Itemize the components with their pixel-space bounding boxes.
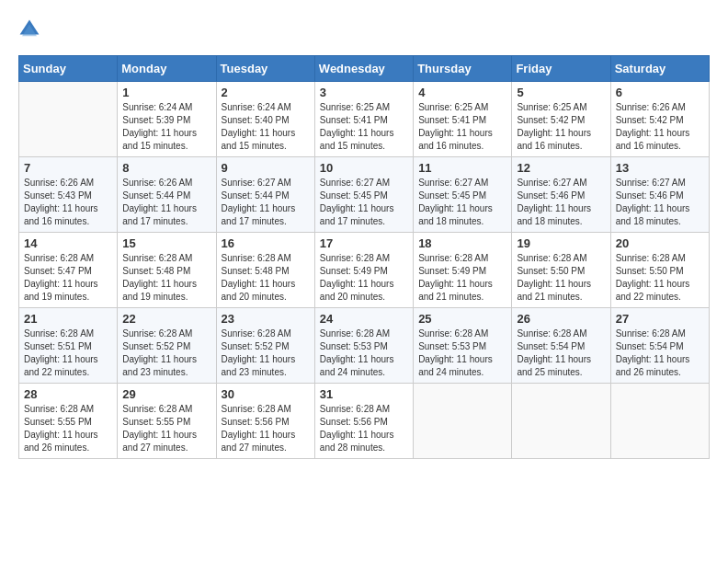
- calendar-cell: 24Sunrise: 6:28 AMSunset: 5:53 PMDayligh…: [314, 308, 413, 384]
- weekday-header-monday: Monday: [118, 56, 216, 82]
- cell-info: Sunrise: 6:26 AMSunset: 5:43 PMDaylight:…: [24, 177, 112, 228]
- calendar-cell: 28Sunrise: 6:28 AMSunset: 5:55 PMDayligh…: [19, 384, 118, 459]
- day-number: 28: [24, 387, 112, 401]
- weekday-header-friday: Friday: [512, 56, 610, 82]
- calendar-cell: 12Sunrise: 6:27 AMSunset: 5:46 PMDayligh…: [512, 157, 610, 233]
- cell-info: Sunrise: 6:26 AMSunset: 5:42 PMDaylight:…: [616, 101, 704, 153]
- calendar-cell: 8Sunrise: 6:26 AMSunset: 5:44 PMDaylight…: [118, 157, 216, 233]
- cell-info: Sunrise: 6:26 AMSunset: 5:44 PMDaylight:…: [122, 177, 210, 228]
- calendar-cell: [512, 384, 610, 459]
- calendar-cell: 30Sunrise: 6:28 AMSunset: 5:56 PMDayligh…: [216, 384, 314, 459]
- cell-info: Sunrise: 6:27 AMSunset: 5:46 PMDaylight:…: [616, 177, 704, 228]
- calendar-cell: 9Sunrise: 6:27 AMSunset: 5:44 PMDaylight…: [216, 157, 314, 233]
- calendar-cell: 17Sunrise: 6:28 AMSunset: 5:49 PMDayligh…: [314, 233, 413, 308]
- logo-icon: [18, 18, 40, 40]
- calendar-cell: 4Sunrise: 6:25 AMSunset: 5:41 PMDaylight…: [414, 82, 512, 157]
- weekday-header-sunday: Sunday: [19, 56, 118, 82]
- cell-info: Sunrise: 6:28 AMSunset: 5:52 PMDaylight:…: [222, 327, 310, 379]
- day-number: 30: [222, 387, 310, 401]
- weekday-header-row: SundayMondayTuesdayWednesdayThursdayFrid…: [19, 56, 710, 82]
- calendar-cell: 2Sunrise: 6:24 AMSunset: 5:40 PMDaylight…: [216, 82, 314, 157]
- calendar-cell: 31Sunrise: 6:28 AMSunset: 5:56 PMDayligh…: [314, 384, 413, 459]
- day-number: 13: [616, 161, 704, 175]
- cell-info: Sunrise: 6:28 AMSunset: 5:47 PMDaylight:…: [24, 252, 112, 304]
- day-number: 24: [320, 312, 408, 326]
- calendar-cell: 7Sunrise: 6:26 AMSunset: 5:43 PMDaylight…: [19, 157, 118, 233]
- calendar-cell: 6Sunrise: 6:26 AMSunset: 5:42 PMDaylight…: [610, 82, 709, 157]
- cell-info: Sunrise: 6:28 AMSunset: 5:50 PMDaylight:…: [517, 252, 605, 304]
- cell-info: Sunrise: 6:28 AMSunset: 5:49 PMDaylight:…: [418, 252, 506, 304]
- calendar-cell: 18Sunrise: 6:28 AMSunset: 5:49 PMDayligh…: [414, 233, 512, 308]
- page-header: [18, 18, 710, 40]
- calendar-cell: [610, 384, 709, 459]
- cell-info: Sunrise: 6:28 AMSunset: 5:50 PMDaylight:…: [616, 252, 704, 304]
- cell-info: Sunrise: 6:25 AMSunset: 5:41 PMDaylight:…: [418, 101, 506, 153]
- day-number: 5: [517, 86, 605, 99]
- cell-info: Sunrise: 6:28 AMSunset: 5:52 PMDaylight:…: [122, 327, 210, 379]
- day-number: 14: [24, 236, 112, 250]
- day-number: 4: [418, 86, 506, 99]
- calendar-cell: 14Sunrise: 6:28 AMSunset: 5:47 PMDayligh…: [19, 233, 118, 308]
- calendar-cell: 3Sunrise: 6:25 AMSunset: 5:41 PMDaylight…: [314, 82, 413, 157]
- day-number: 7: [24, 161, 112, 175]
- calendar-week-row: 14Sunrise: 6:28 AMSunset: 5:47 PMDayligh…: [19, 233, 710, 308]
- calendar-cell: 22Sunrise: 6:28 AMSunset: 5:52 PMDayligh…: [118, 308, 216, 384]
- cell-info: Sunrise: 6:28 AMSunset: 5:53 PMDaylight:…: [320, 327, 408, 379]
- day-number: 23: [222, 312, 310, 326]
- cell-info: Sunrise: 6:27 AMSunset: 5:45 PMDaylight:…: [320, 177, 408, 228]
- day-number: 19: [517, 236, 605, 250]
- cell-info: Sunrise: 6:28 AMSunset: 5:55 PMDaylight:…: [122, 403, 210, 454]
- calendar-cell: 15Sunrise: 6:28 AMSunset: 5:48 PMDayligh…: [118, 233, 216, 308]
- day-number: 3: [320, 86, 408, 99]
- calendar-week-row: 1Sunrise: 6:24 AMSunset: 5:39 PMDaylight…: [19, 82, 710, 157]
- cell-info: Sunrise: 6:28 AMSunset: 5:56 PMDaylight:…: [320, 403, 408, 454]
- cell-info: Sunrise: 6:28 AMSunset: 5:54 PMDaylight:…: [517, 327, 605, 379]
- cell-info: Sunrise: 6:24 AMSunset: 5:40 PMDaylight:…: [222, 101, 310, 153]
- day-number: 1: [122, 86, 210, 99]
- weekday-header-wednesday: Wednesday: [314, 56, 413, 82]
- day-number: 18: [418, 236, 506, 250]
- cell-info: Sunrise: 6:27 AMSunset: 5:44 PMDaylight:…: [222, 177, 310, 228]
- calendar-week-row: 21Sunrise: 6:28 AMSunset: 5:51 PMDayligh…: [19, 308, 710, 384]
- day-number: 10: [320, 161, 408, 175]
- calendar-cell: 29Sunrise: 6:28 AMSunset: 5:55 PMDayligh…: [118, 384, 216, 459]
- day-number: 25: [418, 312, 506, 326]
- day-number: 6: [616, 86, 704, 99]
- weekday-header-thursday: Thursday: [414, 56, 512, 82]
- cell-info: Sunrise: 6:28 AMSunset: 5:51 PMDaylight:…: [24, 327, 112, 379]
- calendar-cell: 21Sunrise: 6:28 AMSunset: 5:51 PMDayligh…: [19, 308, 118, 384]
- calendar-week-row: 7Sunrise: 6:26 AMSunset: 5:43 PMDaylight…: [19, 157, 710, 233]
- cell-info: Sunrise: 6:24 AMSunset: 5:39 PMDaylight:…: [122, 101, 210, 153]
- cell-info: Sunrise: 6:28 AMSunset: 5:55 PMDaylight:…: [24, 403, 112, 454]
- day-number: 31: [320, 387, 408, 401]
- day-number: 2: [222, 86, 310, 99]
- cell-info: Sunrise: 6:28 AMSunset: 5:48 PMDaylight:…: [222, 252, 310, 304]
- calendar-week-row: 28Sunrise: 6:28 AMSunset: 5:55 PMDayligh…: [19, 384, 710, 459]
- cell-info: Sunrise: 6:28 AMSunset: 5:49 PMDaylight:…: [320, 252, 408, 304]
- weekday-header-saturday: Saturday: [610, 56, 709, 82]
- calendar-cell: 10Sunrise: 6:27 AMSunset: 5:45 PMDayligh…: [314, 157, 413, 233]
- calendar-cell: [19, 82, 118, 157]
- day-number: 9: [222, 161, 310, 175]
- day-number: 12: [517, 161, 605, 175]
- calendar-cell: 27Sunrise: 6:28 AMSunset: 5:54 PMDayligh…: [610, 308, 709, 384]
- calendar-table: SundayMondayTuesdayWednesdayThursdayFrid…: [18, 55, 710, 459]
- cell-info: Sunrise: 6:28 AMSunset: 5:53 PMDaylight:…: [418, 327, 506, 379]
- calendar-cell: 5Sunrise: 6:25 AMSunset: 5:42 PMDaylight…: [512, 82, 610, 157]
- cell-info: Sunrise: 6:25 AMSunset: 5:42 PMDaylight:…: [517, 101, 605, 153]
- calendar-cell: 13Sunrise: 6:27 AMSunset: 5:46 PMDayligh…: [610, 157, 709, 233]
- calendar-cell: 16Sunrise: 6:28 AMSunset: 5:48 PMDayligh…: [216, 233, 314, 308]
- day-number: 8: [122, 161, 210, 175]
- calendar-cell: [414, 384, 512, 459]
- day-number: 15: [122, 236, 210, 250]
- day-number: 22: [122, 312, 210, 326]
- day-number: 29: [122, 387, 210, 401]
- cell-info: Sunrise: 6:25 AMSunset: 5:41 PMDaylight:…: [320, 101, 408, 153]
- weekday-header-tuesday: Tuesday: [216, 56, 314, 82]
- calendar-cell: 20Sunrise: 6:28 AMSunset: 5:50 PMDayligh…: [610, 233, 709, 308]
- calendar-cell: 1Sunrise: 6:24 AMSunset: 5:39 PMDaylight…: [118, 82, 216, 157]
- cell-info: Sunrise: 6:28 AMSunset: 5:48 PMDaylight:…: [122, 252, 210, 304]
- day-number: 21: [24, 312, 112, 326]
- day-number: 17: [320, 236, 408, 250]
- calendar-cell: 25Sunrise: 6:28 AMSunset: 5:53 PMDayligh…: [414, 308, 512, 384]
